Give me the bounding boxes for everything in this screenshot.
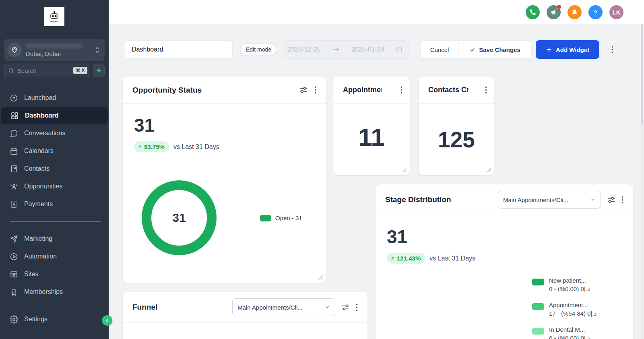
legend-swatch <box>532 303 544 310</box>
add-widget-button[interactable]: Add Widget <box>536 40 599 59</box>
megaphone-icon <box>550 9 557 16</box>
widget-stage-distribution: Stage Distribution Main Appointments/Cli… <box>376 184 633 339</box>
legend-swatch <box>532 328 544 335</box>
pipeline-dropdown[interactable]: Main Appointments/Cli... <box>498 191 601 209</box>
sites-browser-icon <box>10 270 18 279</box>
widget-title: Opportunity Status <box>132 86 202 95</box>
location-expand-icon <box>95 47 100 54</box>
widget-opportunity-status: Opportunity Status 31 93.75% vs Last 31 … <box>123 76 326 283</box>
main-content: ? LK Dashboard Edit mode 2024-12-25 2025… <box>109 0 644 339</box>
sidebar-item-calendars[interactable]: Calendars <box>0 142 109 160</box>
dashboard-title-input[interactable]: Dashboard <box>125 40 233 59</box>
notification-dot <box>557 4 561 9</box>
widget-more-menu[interactable] <box>621 196 623 204</box>
widget-funnel: Funnel Main Appointments/Cli... <box>123 292 367 339</box>
location-switcher[interactable]: Dubai, Dubai <box>4 39 105 61</box>
sidebar-item-contacts[interactable]: Contacts <box>0 160 109 178</box>
dashboard-grid-icon <box>10 112 19 120</box>
resize-handle[interactable] <box>317 274 324 281</box>
widget-more-menu[interactable] <box>356 304 358 311</box>
sidebar-item-automation[interactable]: Automation <box>0 248 109 265</box>
calendar-icon <box>396 46 402 53</box>
user-avatar[interactable]: LK <box>609 5 623 19</box>
quick-actions-button[interactable] <box>93 64 105 77</box>
legend-item: Appointment... 17 - (%54.84) د.إ0 <box>532 301 597 318</box>
date-range-picker[interactable]: 2024-12-25 2025-01-24 <box>282 40 409 59</box>
kebab-icon <box>485 86 487 94</box>
widget-filter-button[interactable] <box>607 196 615 204</box>
donut-center-value: 31 <box>172 211 186 225</box>
widget-filter-button[interactable] <box>299 86 307 94</box>
resize-icon <box>401 167 407 173</box>
location-pin-chip <box>7 43 22 57</box>
agency-logo: PAGEBOT <box>44 7 64 26</box>
calendar-icon <box>10 147 18 155</box>
legend-label: Open - 31 <box>275 215 302 221</box>
sidebar-item-dashboard[interactable]: Dashboard <box>1 107 108 124</box>
pipeline-dropdown[interactable]: Main Appointments/Cli... <box>232 298 335 316</box>
widget-more-menu[interactable] <box>314 86 316 94</box>
topbar: ? LK <box>109 0 644 24</box>
widget-title: Funnel <box>132 303 157 312</box>
change-badge: 93.75% <box>134 141 169 152</box>
question-mark-icon: ? <box>594 9 597 16</box>
sidebar-item-payments[interactable]: Payments <box>0 195 109 213</box>
help-button[interactable]: ? <box>588 5 603 19</box>
gear-icon <box>10 315 18 324</box>
sidebar-item-marketing[interactable]: Marketing <box>0 230 109 248</box>
search-shortcut-badge: ⌘ K <box>73 67 87 74</box>
sidebar-item-settings[interactable]: Settings <box>0 310 109 328</box>
phone-icon <box>529 9 536 16</box>
chevron-down-icon <box>324 304 330 310</box>
change-badge: 121.43% <box>387 253 425 264</box>
widget-more-menu[interactable] <box>400 86 402 94</box>
logo-text: PAGEBOT <box>50 21 59 23</box>
contacts-count: 125 <box>438 129 475 151</box>
search-input[interactable]: Search ⌘ K <box>4 64 90 77</box>
sidebar-collapse-button[interactable] <box>102 315 112 326</box>
launchpad-icon <box>10 94 18 102</box>
resize-handle[interactable] <box>401 167 407 173</box>
widget-more-menu[interactable] <box>485 86 487 94</box>
sidebar-item-launchpad[interactable]: Launchpad <box>0 89 109 107</box>
edit-mode-badge[interactable]: Edit mode <box>240 43 277 56</box>
kebab-icon <box>621 196 623 204</box>
kebab-icon <box>400 86 402 94</box>
avatar-initials: LK <box>613 9 621 16</box>
nav-divider <box>10 221 101 222</box>
page-scrollbar[interactable] <box>641 24 643 339</box>
send-icon <box>10 235 18 243</box>
chat-bubble-icon <box>10 129 18 138</box>
opportunity-donut-chart: 31 <box>142 180 217 255</box>
search-icon <box>8 68 14 74</box>
sidebar-nav: Launchpad Dashboard Conversations Calend… <box>0 89 109 301</box>
opportunity-count: 31 <box>134 116 315 134</box>
widget-title: Appointments <box>343 86 382 94</box>
sidebar-item-opportunities[interactable]: Opportunities <box>0 178 109 195</box>
notifications-button[interactable] <box>568 5 582 19</box>
sidebar-item-conversations[interactable]: Conversations <box>0 124 109 142</box>
kebab-icon <box>356 304 358 311</box>
header-more-menu[interactable] <box>608 44 617 55</box>
sidebar: PAGEBOT Dubai, Dubai Search ⌘ K <box>0 0 109 339</box>
payments-receipt-icon <box>10 200 18 209</box>
robot-logo-icon <box>49 11 60 20</box>
resize-handle[interactable] <box>485 167 492 173</box>
bell-icon <box>571 9 578 16</box>
compare-label: vs Last 31 Days <box>429 255 475 262</box>
widget-filter-button[interactable] <box>342 304 349 311</box>
widget-contacts-created: Contacts Created 125 <box>419 76 494 175</box>
play-circle-icon <box>10 252 18 261</box>
phone-button[interactable] <box>526 5 540 19</box>
zap-icon <box>96 68 102 74</box>
arrow-up-icon <box>138 145 142 149</box>
cancel-button[interactable]: Cancel <box>421 41 458 58</box>
save-changes-button[interactable]: Save Changes <box>458 41 531 58</box>
sidebar-item-sites[interactable]: Sites <box>0 265 109 283</box>
date-to: 2025-01-24 <box>351 46 384 53</box>
scrollbar-thumb[interactable] <box>641 24 643 125</box>
sidebar-item-memberships[interactable]: Memberships <box>0 283 109 301</box>
map-pin-icon <box>11 46 18 54</box>
plus-icon <box>546 46 552 53</box>
announcements-button[interactable] <box>547 5 561 19</box>
